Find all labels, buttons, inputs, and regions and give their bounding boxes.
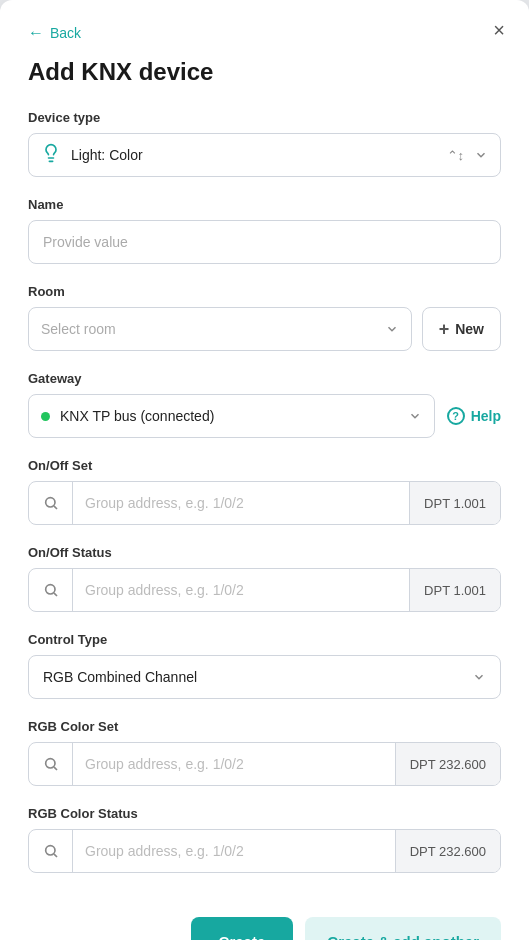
help-button[interactable]: ? Help [447, 407, 501, 425]
search-icon [43, 843, 59, 859]
create-another-label: Create & add another [327, 933, 479, 941]
svg-line-5 [54, 767, 57, 770]
on-off-set-field: On/Off Set DPT 1.001 [28, 458, 501, 525]
svg-line-1 [54, 506, 57, 509]
search-icon [43, 582, 59, 598]
device-type-select-wrapper[interactable]: Light: Color ⌃↕ Light: Color Light: Dimm… [28, 133, 501, 177]
rgb-color-set-field: RGB Color Set DPT 232.600 [28, 719, 501, 786]
help-label: Help [471, 408, 501, 424]
gateway-select-wrapper[interactable]: KNX TP bus (connected) KNX TP bus (conne… [28, 394, 435, 438]
rgb-color-set-search-button[interactable] [29, 743, 73, 785]
rgb-color-status-dpt-badge: DPT 232.600 [395, 830, 500, 872]
on-off-set-dpt-badge: DPT 1.001 [409, 482, 500, 524]
rgb-color-set-input[interactable] [73, 743, 395, 785]
name-input[interactable] [28, 220, 501, 264]
control-type-field: Control Type RGB Combined Channel RGB Co… [28, 632, 501, 699]
control-type-select-wrapper[interactable]: RGB Combined Channel RGB Combined Channe… [28, 655, 501, 699]
add-knx-device-modal: × ← Back Add KNX device Device type Ligh… [0, 0, 529, 940]
svg-line-3 [54, 593, 57, 596]
on-off-set-input[interactable] [73, 482, 409, 524]
rgb-color-status-label: RGB Color Status [28, 806, 501, 821]
rgb-color-status-field: RGB Color Status DPT 232.600 [28, 806, 501, 873]
help-circle-icon: ? [447, 407, 465, 425]
gateway-row: KNX TP bus (connected) KNX TP bus (conne… [28, 394, 501, 438]
on-off-set-search-button[interactable] [29, 482, 73, 524]
on-off-status-label: On/Off Status [28, 545, 501, 560]
page-title: Add KNX device [28, 58, 501, 86]
svg-point-4 [45, 759, 54, 768]
rgb-color-status-search-button[interactable] [29, 830, 73, 872]
plus-icon: + [439, 319, 450, 340]
on-off-set-label: On/Off Set [28, 458, 501, 473]
svg-point-6 [45, 846, 54, 855]
search-icon [43, 756, 59, 772]
new-room-label: New [455, 321, 484, 337]
on-off-status-input[interactable] [73, 569, 409, 611]
rgb-color-status-input[interactable] [73, 830, 395, 872]
back-label: Back [50, 25, 81, 41]
svg-point-0 [45, 498, 54, 507]
close-icon: × [493, 19, 505, 41]
rgb-color-set-label: RGB Color Set [28, 719, 501, 734]
search-icon [43, 495, 59, 511]
on-off-status-input-row: DPT 1.001 [28, 568, 501, 612]
on-off-set-input-row: DPT 1.001 [28, 481, 501, 525]
new-room-button[interactable]: + New [422, 307, 501, 351]
create-and-add-another-button[interactable]: Create & add another [305, 917, 501, 940]
svg-line-7 [54, 854, 57, 857]
close-button[interactable]: × [489, 16, 509, 44]
room-select-wrapper[interactable]: Select room Select room [28, 307, 412, 351]
name-label: Name [28, 197, 501, 212]
rgb-color-set-dpt-badge: DPT 232.600 [395, 743, 500, 785]
room-label: Room [28, 284, 501, 299]
device-type-field: Device type Light: Color ⌃↕ Light: Color… [28, 110, 501, 177]
room-row: Select room Select room + New [28, 307, 501, 351]
back-link[interactable]: ← Back [28, 24, 501, 42]
create-button[interactable]: Create [191, 917, 294, 940]
on-off-status-dpt-badge: DPT 1.001 [409, 569, 500, 611]
control-type-label: Control Type [28, 632, 501, 647]
footer-actions: Create Create & add another [28, 893, 501, 940]
device-type-label: Device type [28, 110, 501, 125]
name-field: Name [28, 197, 501, 264]
gateway-field: Gateway KNX TP bus (connected) KNX TP bu… [28, 371, 501, 438]
gateway-label: Gateway [28, 371, 501, 386]
on-off-status-search-button[interactable] [29, 569, 73, 611]
create-label: Create [219, 933, 266, 941]
rgb-color-status-input-row: DPT 232.600 [28, 829, 501, 873]
on-off-status-field: On/Off Status DPT 1.001 [28, 545, 501, 612]
svg-point-2 [45, 585, 54, 594]
rgb-color-set-input-row: DPT 232.600 [28, 742, 501, 786]
room-field: Room Select room Select room + New [28, 284, 501, 351]
back-arrow-icon: ← [28, 24, 44, 42]
